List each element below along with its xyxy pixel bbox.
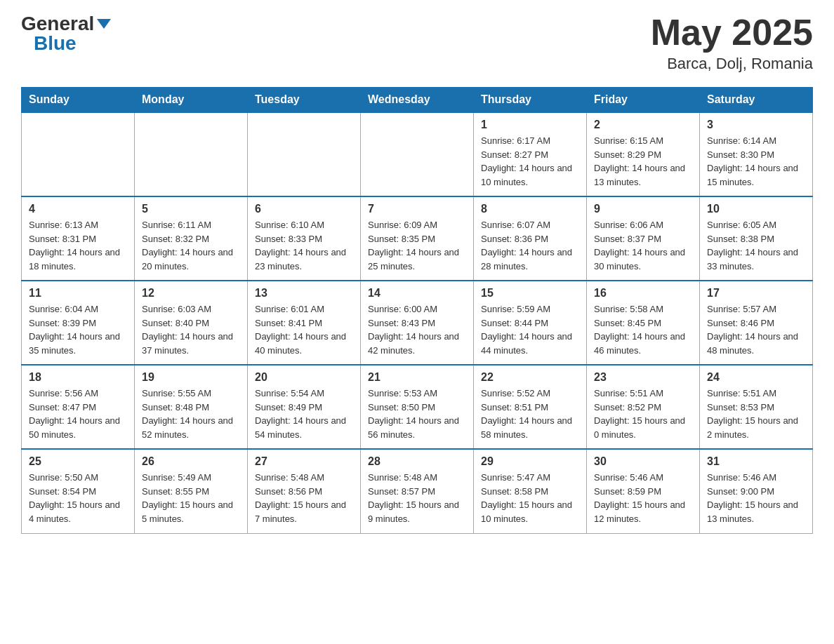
- day-number: 31: [707, 455, 805, 468]
- day-number: 25: [29, 455, 127, 468]
- page-header: General Blue May 2025 Barca, Dolj, Roman…: [21, 14, 813, 73]
- day-info: Sunrise: 5:51 AM Sunset: 8:53 PM Dayligh…: [707, 387, 805, 441]
- calendar-cell: 14Sunrise: 6:00 AM Sunset: 8:43 PM Dayli…: [361, 281, 474, 365]
- day-info: Sunrise: 5:55 AM Sunset: 8:48 PM Dayligh…: [142, 387, 240, 441]
- day-info: Sunrise: 6:15 AM Sunset: 8:29 PM Dayligh…: [594, 134, 692, 189]
- calendar-week-row: 11Sunrise: 6:04 AM Sunset: 8:39 PM Dayli…: [22, 281, 813, 365]
- logo: General Blue: [21, 14, 111, 53]
- calendar-cell: 19Sunrise: 5:55 AM Sunset: 8:48 PM Dayli…: [135, 365, 248, 449]
- day-info: Sunrise: 6:07 AM Sunset: 8:36 PM Dayligh…: [481, 218, 579, 273]
- day-number: 23: [594, 371, 692, 384]
- day-info: Sunrise: 5:52 AM Sunset: 8:51 PM Dayligh…: [481, 387, 579, 441]
- calendar-cell: 11Sunrise: 6:04 AM Sunset: 8:39 PM Dayli…: [22, 281, 135, 365]
- calendar-cell: 29Sunrise: 5:47 AM Sunset: 8:58 PM Dayli…: [474, 449, 587, 533]
- day-info: Sunrise: 6:05 AM Sunset: 8:38 PM Dayligh…: [707, 218, 805, 273]
- calendar-cell: 18Sunrise: 5:56 AM Sunset: 8:47 PM Dayli…: [22, 365, 135, 449]
- calendar-cell: [361, 112, 474, 196]
- calendar-cell: 23Sunrise: 5:51 AM Sunset: 8:52 PM Dayli…: [587, 365, 700, 449]
- day-info: Sunrise: 6:03 AM Sunset: 8:40 PM Dayligh…: [142, 302, 240, 357]
- day-number: 28: [368, 455, 466, 468]
- calendar-cell: 7Sunrise: 6:09 AM Sunset: 8:35 PM Daylig…: [361, 196, 474, 281]
- logo-general-text: General: [21, 14, 94, 34]
- day-number: 24: [707, 371, 805, 384]
- calendar-cell: 21Sunrise: 5:53 AM Sunset: 8:50 PM Dayli…: [361, 365, 474, 449]
- day-info: Sunrise: 5:56 AM Sunset: 8:47 PM Dayligh…: [29, 387, 127, 441]
- day-number: 22: [481, 371, 579, 384]
- calendar-cell: 13Sunrise: 6:01 AM Sunset: 8:41 PM Dayli…: [248, 281, 361, 365]
- day-info: Sunrise: 6:17 AM Sunset: 8:27 PM Dayligh…: [481, 134, 579, 189]
- day-info: Sunrise: 6:13 AM Sunset: 8:31 PM Dayligh…: [29, 218, 127, 273]
- calendar-cell: 30Sunrise: 5:46 AM Sunset: 8:59 PM Dayli…: [587, 449, 700, 533]
- calendar-cell: 22Sunrise: 5:52 AM Sunset: 8:51 PM Dayli…: [474, 365, 587, 449]
- calendar-cell: 5Sunrise: 6:11 AM Sunset: 8:32 PM Daylig…: [135, 196, 248, 281]
- month-title: May 2025: [651, 14, 813, 51]
- calendar-cell: 10Sunrise: 6:05 AM Sunset: 8:38 PM Dayli…: [700, 196, 813, 281]
- day-info: Sunrise: 5:57 AM Sunset: 8:46 PM Dayligh…: [707, 302, 805, 357]
- calendar-cell: 25Sunrise: 5:50 AM Sunset: 8:54 PM Dayli…: [22, 449, 135, 533]
- calendar-table: SundayMondayTuesdayWednesdayThursdayFrid…: [21, 87, 813, 534]
- day-number: 14: [368, 287, 466, 300]
- calendar-cell: 16Sunrise: 5:58 AM Sunset: 8:45 PM Dayli…: [587, 281, 700, 365]
- calendar-cell: 28Sunrise: 5:48 AM Sunset: 8:57 PM Dayli…: [361, 449, 474, 533]
- day-info: Sunrise: 6:04 AM Sunset: 8:39 PM Dayligh…: [29, 302, 127, 357]
- calendar-cell: [248, 112, 361, 196]
- location-title: Barca, Dolj, Romania: [651, 55, 813, 73]
- day-info: Sunrise: 6:11 AM Sunset: 8:32 PM Dayligh…: [142, 218, 240, 273]
- calendar-cell: 4Sunrise: 6:13 AM Sunset: 8:31 PM Daylig…: [22, 196, 135, 281]
- calendar-cell: 17Sunrise: 5:57 AM Sunset: 8:46 PM Dayli…: [700, 281, 813, 365]
- day-number: 30: [594, 455, 692, 468]
- day-number: 9: [594, 203, 692, 215]
- day-info: Sunrise: 5:48 AM Sunset: 8:57 PM Dayligh…: [368, 471, 466, 525]
- day-info: Sunrise: 5:46 AM Sunset: 8:59 PM Dayligh…: [594, 471, 692, 525]
- day-number: 4: [29, 203, 127, 215]
- calendar-cell: 8Sunrise: 6:07 AM Sunset: 8:36 PM Daylig…: [474, 196, 587, 281]
- calendar-cell: 27Sunrise: 5:48 AM Sunset: 8:56 PM Dayli…: [248, 449, 361, 533]
- calendar-cell: 15Sunrise: 5:59 AM Sunset: 8:44 PM Dayli…: [474, 281, 587, 365]
- day-number: 6: [255, 203, 353, 215]
- calendar-week-row: 4Sunrise: 6:13 AM Sunset: 8:31 PM Daylig…: [22, 196, 813, 281]
- day-info: Sunrise: 5:51 AM Sunset: 8:52 PM Dayligh…: [594, 387, 692, 441]
- day-info: Sunrise: 6:06 AM Sunset: 8:37 PM Dayligh…: [594, 218, 692, 273]
- day-number: 12: [142, 287, 240, 300]
- calendar-cell: 6Sunrise: 6:10 AM Sunset: 8:33 PM Daylig…: [248, 196, 361, 281]
- day-info: Sunrise: 5:58 AM Sunset: 8:45 PM Dayligh…: [594, 302, 692, 357]
- calendar-week-row: 18Sunrise: 5:56 AM Sunset: 8:47 PM Dayli…: [22, 365, 813, 449]
- title-area: May 2025 Barca, Dolj, Romania: [651, 14, 813, 73]
- day-number: 13: [255, 287, 353, 300]
- calendar-cell: 26Sunrise: 5:49 AM Sunset: 8:55 PM Dayli…: [135, 449, 248, 533]
- day-info: Sunrise: 5:54 AM Sunset: 8:49 PM Dayligh…: [255, 387, 353, 441]
- day-info: Sunrise: 5:53 AM Sunset: 8:50 PM Dayligh…: [368, 387, 466, 441]
- calendar-cell: 3Sunrise: 6:14 AM Sunset: 8:30 PM Daylig…: [700, 112, 813, 196]
- calendar-header-tuesday: Tuesday: [248, 88, 361, 113]
- day-number: 1: [481, 119, 579, 131]
- logo-triangle-icon: [97, 19, 111, 29]
- calendar-header-wednesday: Wednesday: [361, 88, 474, 113]
- day-number: 16: [594, 287, 692, 300]
- calendar-header-sunday: Sunday: [22, 88, 135, 113]
- day-info: Sunrise: 6:14 AM Sunset: 8:30 PM Dayligh…: [707, 134, 805, 189]
- calendar-cell: [22, 112, 135, 196]
- calendar-cell: [135, 112, 248, 196]
- calendar-header-thursday: Thursday: [474, 88, 587, 113]
- day-number: 2: [594, 119, 692, 131]
- day-number: 29: [481, 455, 579, 468]
- calendar-week-row: 1Sunrise: 6:17 AM Sunset: 8:27 PM Daylig…: [22, 112, 813, 196]
- calendar-cell: 31Sunrise: 5:46 AM Sunset: 9:00 PM Dayli…: [700, 449, 813, 533]
- calendar-header-friday: Friday: [587, 88, 700, 113]
- calendar-cell: 2Sunrise: 6:15 AM Sunset: 8:29 PM Daylig…: [587, 112, 700, 196]
- day-info: Sunrise: 6:01 AM Sunset: 8:41 PM Dayligh…: [255, 302, 353, 357]
- day-number: 27: [255, 455, 353, 468]
- day-info: Sunrise: 5:46 AM Sunset: 9:00 PM Dayligh…: [707, 471, 805, 525]
- calendar-header-monday: Monday: [135, 88, 248, 113]
- calendar-week-row: 25Sunrise: 5:50 AM Sunset: 8:54 PM Dayli…: [22, 449, 813, 533]
- day-info: Sunrise: 5:48 AM Sunset: 8:56 PM Dayligh…: [255, 471, 353, 525]
- day-number: 11: [29, 287, 127, 300]
- day-number: 8: [481, 203, 579, 215]
- logo-blue-text: Blue: [34, 34, 77, 53]
- calendar-cell: 24Sunrise: 5:51 AM Sunset: 8:53 PM Dayli…: [700, 365, 813, 449]
- calendar-header-saturday: Saturday: [700, 88, 813, 113]
- calendar-cell: 20Sunrise: 5:54 AM Sunset: 8:49 PM Dayli…: [248, 365, 361, 449]
- day-number: 20: [255, 371, 353, 384]
- day-info: Sunrise: 5:50 AM Sunset: 8:54 PM Dayligh…: [29, 471, 127, 525]
- day-number: 10: [707, 203, 805, 215]
